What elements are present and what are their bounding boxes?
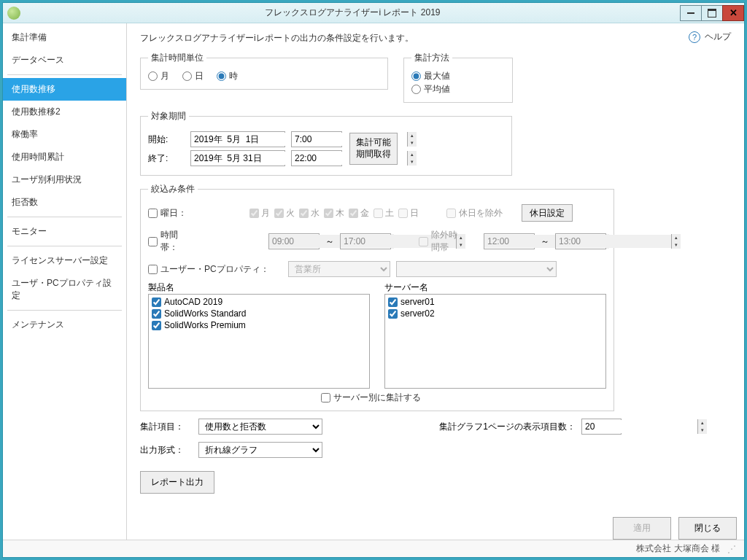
sidebar-item[interactable]: メンテナンス [3, 314, 126, 336]
sidebar-item[interactable]: ライセンスサーバー設定 [3, 249, 126, 272]
group-method-legend: 集計方法 [411, 52, 452, 64]
list-item[interactable]: AutoCAD 2019 [150, 296, 368, 308]
start-date-input[interactable]: ▦ ▾ [190, 131, 285, 147]
group-period: 対象期間 開始: ▦ ▾ ▴▾ [140, 110, 512, 176]
start-time-input[interactable]: ▴▾ [291, 131, 342, 147]
time-to-input[interactable]: ▴▾ [340, 233, 391, 249]
method-option[interactable]: 平均値 [411, 83, 450, 96]
close-dialog-button[interactable]: 閉じる [678, 517, 737, 540]
start-label: 開始: [148, 133, 185, 146]
userpc-property-select[interactable]: 営業所 [288, 261, 390, 277]
servers-label: サーバー名 [384, 281, 606, 294]
sidebar-item[interactable]: モニター [3, 220, 126, 243]
page-description: フレックスログアナライザーiレポートの出力の条件設定を行います。 [140, 32, 731, 44]
statusbar: 株式会社 大塚商会 様 ⋰ [3, 540, 744, 557]
minimize-button[interactable] [680, 5, 702, 21]
page-items-spinner[interactable]: ▴▾ [581, 419, 622, 435]
window-controls: ✕ [681, 5, 744, 21]
unit-option[interactable]: 月 [148, 70, 169, 82]
group-method: 集計方法 最大値 平均値 [403, 52, 513, 103]
timerange-check[interactable]: 時間帯： [148, 229, 187, 254]
userpc-check[interactable]: ユーザー・PCプロパティ： [148, 263, 269, 276]
userpc-value-select[interactable] [396, 261, 557, 277]
end-date-input[interactable]: ▦ ▾ [190, 150, 285, 166]
holiday-settings-button[interactable]: 休日設定 [522, 204, 573, 222]
servers-listbox[interactable]: server01 server02 [384, 294, 606, 389]
spinner-up-icon[interactable]: ▴ [408, 132, 417, 139]
run-report-button[interactable]: レポート出力 [140, 471, 214, 494]
help-link[interactable]: ? ヘルプ [689, 31, 731, 43]
spinner-up-icon[interactable]: ▴ [408, 151, 417, 158]
spinner-down-icon[interactable]: ▾ [408, 158, 417, 166]
sidebar-item[interactable]: データベース [3, 49, 126, 71]
ex-from-input[interactable]: ▴▾ [484, 233, 535, 249]
unit-option[interactable]: 日 [182, 70, 204, 82]
end-label: 終了: [148, 152, 185, 165]
group-unit: 集計時間単位 月 日 時 [140, 52, 388, 90]
output-format-select[interactable]: 折れ線グラフ [198, 442, 322, 458]
exclude-holiday-check[interactable]: 休日を除外 [446, 207, 503, 219]
dialog-footer: 適用 閉じる [613, 517, 737, 540]
list-item[interactable]: SolidWorks Premium [150, 319, 368, 331]
day-check[interactable]: 金 [349, 207, 369, 219]
sidebar-item[interactable]: 使用時間累計 [3, 146, 126, 168]
close-button[interactable]: ✕ [722, 5, 744, 21]
maximize-button[interactable] [701, 5, 723, 21]
sidebar-item[interactable]: 使用数推移2 [3, 101, 126, 123]
day-check[interactable]: 水 [299, 207, 320, 219]
day-check[interactable]: 月 [249, 207, 270, 219]
spinner-down-icon[interactable]: ▾ [408, 139, 417, 147]
output-item-label: 集計項目： [140, 421, 191, 433]
unit-option[interactable]: 時 [217, 70, 238, 82]
main-panel: ? ヘルプ フレックスログアナライザーiレポートの出力の条件設定を行います。 集… [127, 23, 744, 540]
day-check[interactable]: 日 [398, 207, 419, 219]
list-item[interactable]: server01 [387, 296, 604, 308]
per-server-check[interactable]: サーバー別に集計する [321, 392, 421, 404]
day-check[interactable]: 火 [274, 207, 295, 219]
method-option[interactable]: 最大値 [411, 70, 450, 82]
group-filter: 絞込み条件 曜日： 月 火 水 木 金 土 日 休日を除外 休日設定 時間帯： … [140, 183, 614, 411]
weekday-check[interactable]: 曜日： [148, 207, 187, 219]
sidebar: 集計準備データベース使用数推移使用数推移2稼働率使用時間累計ユーザ別利用状況拒否… [3, 23, 127, 540]
end-time-input[interactable]: ▴▾ [291, 150, 342, 166]
period-legend: 対象期間 [148, 110, 189, 122]
company-label: 株式会社 大塚商会 様 [636, 542, 720, 555]
apply-button[interactable]: 適用 [613, 517, 671, 540]
group-unit-legend: 集計時間単位 [148, 52, 206, 64]
sidebar-item[interactable]: 集計準備 [3, 26, 126, 49]
products-listbox[interactable]: AutoCAD 2019 SolidWorks Standard SolidWo… [148, 294, 370, 389]
day-check[interactable]: 木 [324, 207, 344, 219]
help-label: ヘルプ [705, 31, 731, 43]
help-icon: ? [689, 31, 700, 43]
exclude-timerange-check[interactable]: 除外時間帯 [419, 229, 465, 254]
end-date-value[interactable] [191, 152, 306, 165]
ex-to-input[interactable]: ▴▾ [555, 233, 606, 249]
sidebar-item[interactable]: ユーザ・PCプロパティ設定 [3, 272, 126, 307]
resize-grip-icon[interactable]: ⋰ [727, 544, 734, 554]
time-from-input[interactable]: ▴▾ [268, 233, 320, 249]
filter-legend: 絞込み条件 [148, 183, 198, 195]
start-date-value[interactable] [191, 133, 306, 146]
list-item[interactable]: SolidWorks Standard [150, 308, 368, 319]
page-items-label: 集計グラフ1ページの表示項目数： [439, 421, 576, 433]
sidebar-item[interactable]: ユーザ別利用状況 [3, 168, 126, 191]
window-title: フレックスログアナライザーi レポート 2019 [25, 7, 681, 19]
products-label: 製品名 [148, 281, 370, 294]
output-item-select[interactable]: 使用数と拒否数 [198, 419, 322, 435]
sidebar-item[interactable]: 拒否数 [3, 191, 126, 214]
day-check[interactable]: 土 [374, 207, 394, 219]
list-item[interactable]: server02 [387, 308, 604, 319]
app-icon [7, 7, 20, 20]
output-format-label: 出力形式： [140, 444, 191, 456]
titlebar: フレックスログアナライザーi レポート 2019 ✕ [3, 3, 744, 23]
sidebar-item[interactable]: 稼働率 [3, 123, 126, 146]
fetch-period-button[interactable]: 集計可能期間取得 [349, 133, 398, 165]
sidebar-item[interactable]: 使用数推移 [3, 78, 126, 101]
app-window: フレックスログアナライザーi レポート 2019 ✕ 集計準備データベース使用数… [2, 2, 745, 558]
